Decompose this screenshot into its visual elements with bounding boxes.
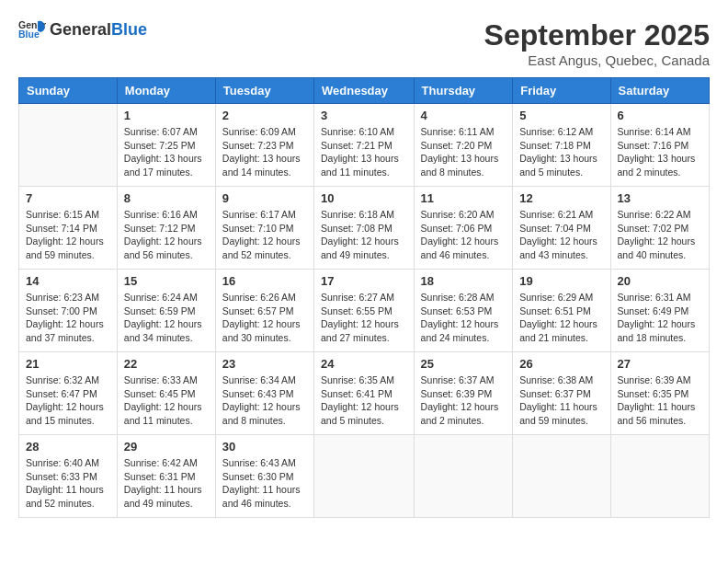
day-number: 5 — [519, 109, 603, 122]
day-info: Sunrise: 6:29 AM Sunset: 6:51 PM Dayligh… — [519, 291, 603, 345]
weekday-header: Tuesday — [215, 78, 313, 104]
day-number: 23 — [222, 357, 307, 371]
day-info: Sunrise: 6:32 AM Sunset: 6:47 PM Dayligh… — [26, 373, 110, 428]
logo-blue: Blue — [111, 20, 147, 39]
day-info: Sunrise: 6:23 AM Sunset: 7:00 PM Dayligh… — [26, 291, 110, 345]
calendar-cell: 9Sunrise: 6:17 AM Sunset: 7:10 PM Daylig… — [215, 187, 313, 270]
day-number: 20 — [618, 274, 702, 288]
day-number: 3 — [321, 109, 407, 122]
day-info: Sunrise: 6:37 AM Sunset: 6:39 PM Dayligh… — [421, 373, 506, 428]
day-number: 27 — [618, 357, 702, 371]
weekday-header: Thursday — [414, 78, 513, 104]
day-number: 26 — [519, 357, 603, 371]
calendar-week-row: 14Sunrise: 6:23 AM Sunset: 7:00 PM Dayli… — [19, 270, 710, 352]
calendar-cell: 14Sunrise: 6:23 AM Sunset: 7:00 PM Dayli… — [19, 270, 118, 352]
day-number: 14 — [26, 274, 110, 288]
logo-icon: General Blue — [18, 18, 46, 40]
day-number: 4 — [421, 109, 506, 122]
calendar-cell: 19Sunrise: 6:29 AM Sunset: 6:51 PM Dayli… — [513, 270, 610, 352]
calendar-cell: 2Sunrise: 6:09 AM Sunset: 7:23 PM Daylig… — [215, 104, 313, 187]
day-number: 12 — [519, 191, 603, 205]
day-number: 2 — [222, 109, 307, 122]
calendar: SundayMondayTuesdayWednesdayThursdayFrid… — [18, 77, 710, 518]
day-info: Sunrise: 6:24 AM Sunset: 6:59 PM Dayligh… — [124, 291, 209, 345]
day-number: 25 — [421, 357, 506, 371]
weekday-header: Friday — [513, 78, 610, 104]
calendar-cell: 21Sunrise: 6:32 AM Sunset: 6:47 PM Dayli… — [19, 352, 118, 435]
day-number: 13 — [618, 191, 702, 205]
calendar-cell: 13Sunrise: 6:22 AM Sunset: 7:02 PM Dayli… — [610, 187, 709, 270]
calendar-cell: 1Sunrise: 6:07 AM Sunset: 7:25 PM Daylig… — [117, 104, 215, 187]
day-number: 17 — [321, 274, 407, 288]
day-number: 11 — [421, 191, 506, 205]
calendar-week-row: 28Sunrise: 6:40 AM Sunset: 6:33 PM Dayli… — [19, 435, 710, 518]
weekday-header: Saturday — [610, 78, 709, 104]
day-number: 8 — [124, 191, 209, 205]
weekday-header: Sunday — [19, 78, 118, 104]
day-info: Sunrise: 6:39 AM Sunset: 6:35 PM Dayligh… — [618, 373, 702, 428]
day-number: 10 — [321, 191, 407, 205]
day-number: 29 — [124, 440, 209, 454]
day-number: 30 — [222, 440, 307, 454]
day-info: Sunrise: 6:07 AM Sunset: 7:25 PM Dayligh… — [124, 125, 209, 179]
calendar-cell: 18Sunrise: 6:28 AM Sunset: 6:53 PM Dayli… — [414, 270, 513, 352]
day-number: 28 — [26, 440, 110, 454]
calendar-cell: 22Sunrise: 6:33 AM Sunset: 6:45 PM Dayli… — [117, 352, 215, 435]
day-info: Sunrise: 6:42 AM Sunset: 6:31 PM Dayligh… — [124, 456, 209, 511]
day-number: 16 — [222, 274, 307, 288]
day-number: 22 — [124, 357, 209, 371]
calendar-week-row: 21Sunrise: 6:32 AM Sunset: 6:47 PM Dayli… — [19, 352, 710, 435]
day-info: Sunrise: 6:28 AM Sunset: 6:53 PM Dayligh… — [421, 291, 506, 345]
day-info: Sunrise: 6:34 AM Sunset: 6:43 PM Dayligh… — [222, 373, 307, 428]
day-number: 24 — [321, 357, 407, 371]
logo: General Blue GeneralBlue — [18, 18, 147, 40]
day-info: Sunrise: 6:12 AM Sunset: 7:18 PM Dayligh… — [519, 125, 603, 179]
calendar-cell: 5Sunrise: 6:12 AM Sunset: 7:18 PM Daylig… — [513, 104, 610, 187]
day-info: Sunrise: 6:31 AM Sunset: 6:49 PM Dayligh… — [618, 291, 702, 345]
calendar-cell: 8Sunrise: 6:16 AM Sunset: 7:12 PM Daylig… — [117, 187, 215, 270]
calendar-cell: 6Sunrise: 6:14 AM Sunset: 7:16 PM Daylig… — [610, 104, 709, 187]
day-number: 21 — [26, 357, 110, 371]
calendar-cell — [414, 435, 513, 518]
calendar-cell — [513, 435, 610, 518]
calendar-cell: 12Sunrise: 6:21 AM Sunset: 7:04 PM Dayli… — [513, 187, 610, 270]
calendar-cell: 7Sunrise: 6:15 AM Sunset: 7:14 PM Daylig… — [19, 187, 118, 270]
calendar-cell: 27Sunrise: 6:39 AM Sunset: 6:35 PM Dayli… — [610, 352, 709, 435]
day-info: Sunrise: 6:38 AM Sunset: 6:37 PM Dayligh… — [519, 373, 603, 428]
day-info: Sunrise: 6:27 AM Sunset: 6:55 PM Dayligh… — [321, 291, 407, 345]
day-info: Sunrise: 6:22 AM Sunset: 7:02 PM Dayligh… — [618, 208, 702, 262]
day-info: Sunrise: 6:33 AM Sunset: 6:45 PM Dayligh… — [124, 373, 209, 428]
calendar-cell — [314, 435, 415, 518]
day-info: Sunrise: 6:20 AM Sunset: 7:06 PM Dayligh… — [421, 208, 506, 262]
day-info: Sunrise: 6:26 AM Sunset: 6:57 PM Dayligh… — [222, 291, 307, 345]
logo-general: General — [50, 20, 111, 39]
calendar-cell: 15Sunrise: 6:24 AM Sunset: 6:59 PM Dayli… — [117, 270, 215, 352]
day-info: Sunrise: 6:11 AM Sunset: 7:20 PM Dayligh… — [421, 125, 506, 179]
day-number: 18 — [421, 274, 506, 288]
calendar-header-row: SundayMondayTuesdayWednesdayThursdayFrid… — [19, 78, 710, 104]
svg-text:Blue: Blue — [18, 29, 40, 40]
day-info: Sunrise: 6:35 AM Sunset: 6:41 PM Dayligh… — [321, 373, 407, 428]
weekday-header: Monday — [117, 78, 215, 104]
day-info: Sunrise: 6:14 AM Sunset: 7:16 PM Dayligh… — [618, 125, 702, 179]
calendar-cell: 30Sunrise: 6:43 AM Sunset: 6:30 PM Dayli… — [215, 435, 313, 518]
calendar-cell: 28Sunrise: 6:40 AM Sunset: 6:33 PM Dayli… — [19, 435, 118, 518]
day-number: 7 — [26, 191, 110, 205]
calendar-cell: 29Sunrise: 6:42 AM Sunset: 6:31 PM Dayli… — [117, 435, 215, 518]
day-info: Sunrise: 6:40 AM Sunset: 6:33 PM Dayligh… — [26, 456, 110, 511]
calendar-cell: 10Sunrise: 6:18 AM Sunset: 7:08 PM Dayli… — [314, 187, 415, 270]
calendar-cell: 16Sunrise: 6:26 AM Sunset: 6:57 PM Dayli… — [215, 270, 313, 352]
day-info: Sunrise: 6:43 AM Sunset: 6:30 PM Dayligh… — [222, 456, 307, 511]
calendar-cell: 3Sunrise: 6:10 AM Sunset: 7:21 PM Daylig… — [314, 104, 415, 187]
day-number: 19 — [519, 274, 603, 288]
calendar-cell: 25Sunrise: 6:37 AM Sunset: 6:39 PM Dayli… — [414, 352, 513, 435]
day-number: 15 — [124, 274, 209, 288]
day-info: Sunrise: 6:17 AM Sunset: 7:10 PM Dayligh… — [222, 208, 307, 262]
day-number: 9 — [222, 191, 307, 205]
day-info: Sunrise: 6:15 AM Sunset: 7:14 PM Dayligh… — [26, 208, 110, 262]
month-title: September 2025 — [484, 18, 710, 52]
location-title: East Angus, Quebec, Canada — [484, 52, 710, 68]
day-info: Sunrise: 6:09 AM Sunset: 7:23 PM Dayligh… — [222, 125, 307, 179]
calendar-week-row: 1Sunrise: 6:07 AM Sunset: 7:25 PM Daylig… — [19, 104, 710, 187]
day-info: Sunrise: 6:16 AM Sunset: 7:12 PM Dayligh… — [124, 208, 209, 262]
